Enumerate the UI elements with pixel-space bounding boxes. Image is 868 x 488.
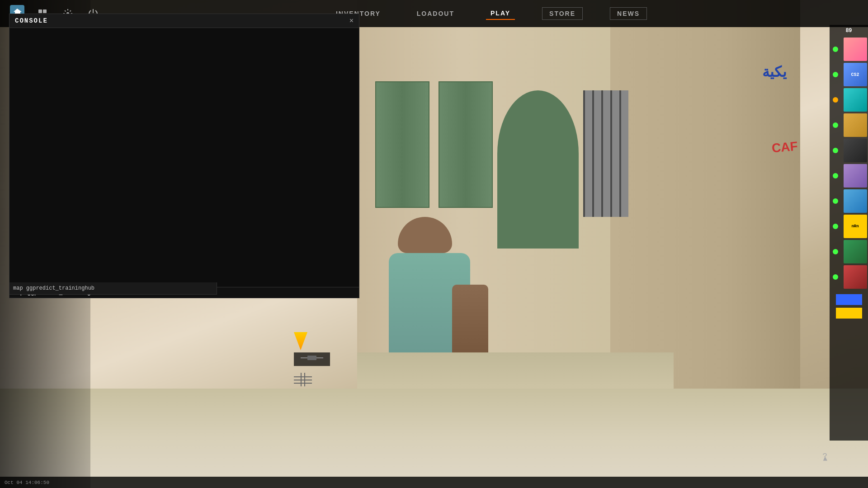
avatar-status-online <box>833 148 838 153</box>
list-item <box>831 113 867 137</box>
tab-store[interactable]: STORE <box>542 7 583 20</box>
list-item <box>831 139 867 162</box>
list-item <box>831 88 867 112</box>
avatar[interactable] <box>844 164 867 188</box>
status-text: Oct 04 14:06:50 <box>5 480 49 485</box>
avatar-status-online <box>833 224 838 229</box>
console-autocomplete: map ggpredict_traininghub <box>9 282 217 295</box>
list-item: nRn <box>831 215 867 238</box>
avatar-status-online <box>833 198 838 204</box>
badge-separator <box>836 294 862 305</box>
status-bar: Oct 04 14:06:50 <box>0 477 868 488</box>
svg-rect-1 <box>43 9 47 13</box>
bottom-ui-indicator <box>294 332 330 389</box>
avatar-status-online <box>833 173 838 178</box>
tab-play[interactable]: PLAY <box>486 7 515 20</box>
right-panel: 89 CS2 nRn <box>830 25 868 441</box>
yellow-badge-container <box>836 308 862 319</box>
arch-door <box>497 90 579 249</box>
avatar[interactable] <box>844 189 867 213</box>
list-item <box>831 240 867 263</box>
list-item <box>831 189 867 213</box>
tab-news[interactable]: NEWS <box>610 7 647 20</box>
blue-badge <box>836 294 862 305</box>
console-titlebar: CONSOLE × <box>9 14 359 28</box>
svg-rect-0 <box>38 9 42 13</box>
shutter-2 <box>439 81 493 208</box>
svg-rect-10 <box>301 373 302 386</box>
svg-rect-11 <box>304 373 305 386</box>
svg-rect-6 <box>307 356 316 360</box>
cafe-sign: CAF <box>771 139 798 156</box>
ground-floor <box>0 389 868 488</box>
avatar[interactable] <box>844 139 867 162</box>
scroll-up-button[interactable]: ▲ <box>823 455 827 463</box>
iron-gate <box>583 90 628 217</box>
svg-rect-7 <box>294 376 312 377</box>
avatar[interactable]: CS2 <box>844 63 867 86</box>
char-head <box>398 217 452 253</box>
avatar-status-online <box>833 122 838 128</box>
bottom-grid-indicator <box>294 373 330 389</box>
avatar[interactable]: nRn <box>844 215 867 238</box>
console-panel: CONSOLE × <box>9 14 359 298</box>
list-item <box>831 38 867 61</box>
avatar-status-online <box>833 47 838 52</box>
avatar[interactable] <box>844 88 867 112</box>
console-close-button[interactable]: × <box>349 17 354 25</box>
avatar-status-away <box>833 97 838 103</box>
list-item <box>831 164 867 188</box>
avatar-status-online <box>833 72 838 77</box>
tab-loadout[interactable]: LOADOUT <box>412 8 459 19</box>
list-item <box>831 265 867 289</box>
avatar-status-online <box>833 274 838 280</box>
avatar[interactable] <box>844 240 867 263</box>
avatar-status-online <box>833 249 838 254</box>
mini-panel <box>294 352 330 366</box>
svg-rect-8 <box>294 380 312 380</box>
avatar[interactable] <box>844 265 867 289</box>
svg-rect-9 <box>294 383 312 384</box>
autocomplete-item-0[interactable]: map ggpredict_traininghub <box>13 284 213 292</box>
avatar[interactable] <box>844 38 867 61</box>
console-title: CONSOLE <box>15 17 48 24</box>
arabic-text: يكية <box>762 63 787 80</box>
list-item: CS2 <box>831 63 867 86</box>
yellow-badge <box>836 308 862 319</box>
console-output <box>9 28 359 287</box>
avatar[interactable] <box>844 113 867 137</box>
shutter-1 <box>375 81 429 208</box>
friends-count: 89 <box>846 27 852 33</box>
arrow-indicator <box>294 332 307 350</box>
